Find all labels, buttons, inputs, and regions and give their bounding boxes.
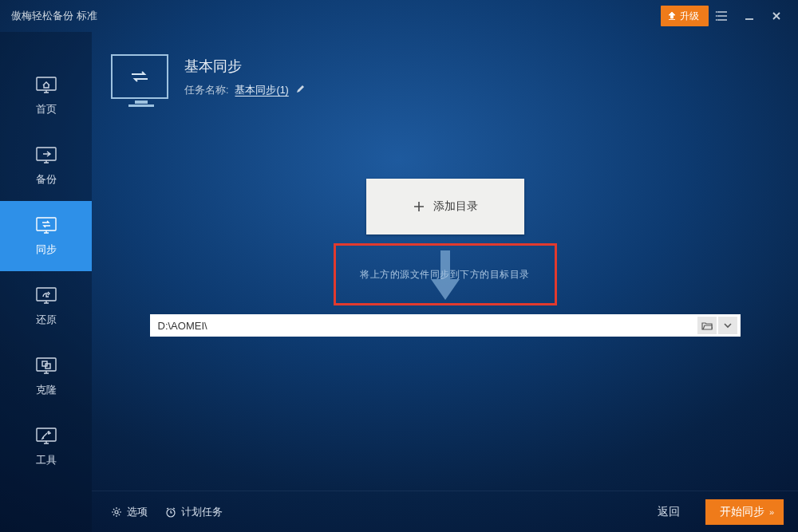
page-title: 基本同步 [184,57,305,76]
pencil-icon [295,85,305,94]
start-sync-label: 开始同步 [720,505,764,519]
menu-icon [716,10,729,22]
monitor-arrow-icon [34,145,58,166]
options-button[interactable]: 选项 [111,505,148,519]
footer-bar: 选项 计划任务 返回 开始同步 » [92,491,798,532]
monitor-home-icon [34,75,58,96]
svg-point-1 [716,15,717,17]
sidebar: 首页 备份 同步 还原 [0,32,92,532]
sidebar-item-label: 首页 [36,102,57,116]
monitor-clone-icon [34,356,58,376]
sidebar-item-restore[interactable]: 还原 [0,271,92,341]
sidebar-item-label: 克隆 [36,383,57,397]
minimize-button[interactable] [736,0,763,32]
minimize-icon [744,10,755,22]
task-name-label: 任务名称: [184,84,228,97]
sidebar-item-label: 同步 [36,242,57,257]
upgrade-label: 升级 [680,10,699,23]
page-header: 基本同步 任务名称: 基本同步(1) [92,54,798,99]
task-name-value[interactable]: 基本同步(1) [235,84,288,97]
monitor-tools-icon [34,426,58,447]
edit-task-name-button[interactable] [295,85,305,97]
sync-monitor-icon [111,54,168,99]
svg-point-2 [716,19,717,21]
close-icon [771,10,782,22]
sidebar-item-home[interactable]: 首页 [0,61,92,131]
sidebar-item-clone[interactable]: 克隆 [0,341,92,412]
close-button[interactable] [763,0,790,32]
back-label: 返回 [658,505,680,518]
plus-icon [413,200,425,213]
schedule-button[interactable]: 计划任务 [165,505,223,519]
center-area: 添加目录 将上方的源文件同步到下方的目标目录 D:\AOMEI\ [92,99,798,491]
svg-point-0 [716,11,717,13]
titlebar: 傲梅轻松备份 标准 升级 [0,0,798,32]
add-folder-button[interactable]: 添加目录 [366,179,524,234]
clock-icon [165,506,176,518]
sidebar-item-backup[interactable]: 备份 [0,131,92,201]
sync-direction-indicator: 将上方的源文件同步到下方的目标目录 [334,244,556,305]
destination-path-input[interactable]: D:\AOMEI\ [158,320,697,332]
options-label: 选项 [127,505,148,519]
folder-open-icon [701,321,713,330]
monitor-restore-icon [34,286,58,306]
back-button[interactable]: 返回 [643,505,694,519]
app-window: 傲梅轻松备份 标准 升级 首页 [0,0,798,532]
sidebar-item-label: 备份 [36,172,57,187]
main-panel: 基本同步 任务名称: 基本同步(1) 添加目录 [92,32,798,532]
chevron-right-icon: » [769,507,772,517]
destination-path-row: D:\AOMEI\ [150,314,741,337]
schedule-label: 计划任务 [181,505,223,519]
path-dropdown-button[interactable] [718,317,737,334]
chevron-down-icon [722,321,733,330]
sync-direction-hint: 将上方的源文件同步到下方的目标目录 [360,268,530,282]
upload-icon [667,11,677,21]
add-folder-label: 添加目录 [433,199,478,214]
sidebar-item-sync[interactable]: 同步 [0,201,92,271]
svg-rect-5 [37,218,56,231]
sidebar-item-tools[interactable]: 工具 [0,412,92,482]
menu-button[interactable] [709,0,736,32]
app-title: 傲梅轻松备份 标准 [11,9,97,23]
gear-icon [111,506,122,518]
browse-folder-button[interactable] [697,317,717,334]
svg-rect-10 [37,428,56,441]
sidebar-item-label: 还原 [36,313,57,327]
task-name-row: 任务名称: 基本同步(1) [184,84,305,97]
sidebar-item-label: 工具 [36,453,57,467]
monitor-sync-icon [34,215,58,236]
start-sync-button[interactable]: 开始同步 » [705,499,784,525]
svg-point-11 [115,510,118,514]
upgrade-button[interactable]: 升级 [661,6,709,26]
